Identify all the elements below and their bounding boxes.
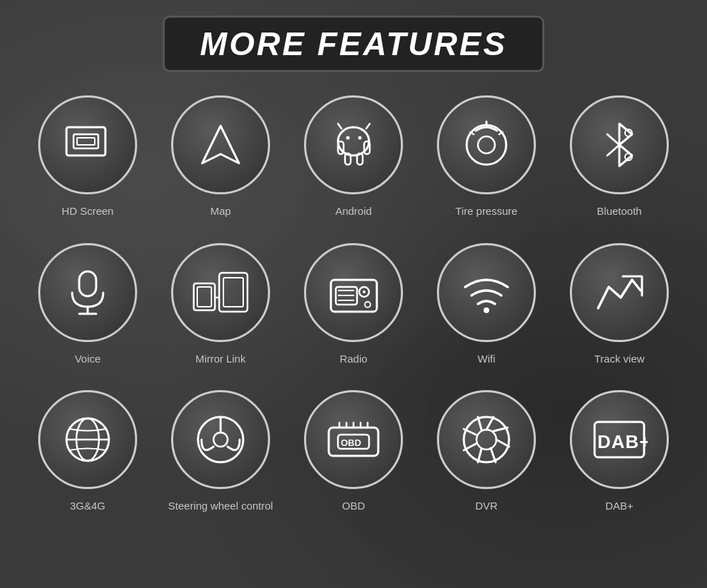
feature-circle-track-view xyxy=(570,243,669,342)
feature-item-tire-pressure: Tire pressure xyxy=(420,85,553,233)
svg-rect-18 xyxy=(79,271,96,296)
feature-circle-obd: OBD xyxy=(304,390,403,489)
svg-line-5 xyxy=(338,124,341,129)
feature-item-bluetooth: Bluetooth xyxy=(553,85,686,233)
feature-item-android: Android xyxy=(287,85,420,233)
feature-circle-wifi xyxy=(437,243,536,342)
feature-circle-dab: DAB+ xyxy=(570,390,669,489)
feature-item-steering: Steering wheel control xyxy=(154,380,287,527)
svg-text:OBD: OBD xyxy=(341,437,361,448)
feature-item-radio: Radio xyxy=(287,233,420,380)
svg-text:DAB+: DAB+ xyxy=(597,431,648,452)
feature-circle-3g4g xyxy=(38,390,137,489)
feature-label-android: Android xyxy=(335,204,372,218)
feature-circle-hd-screen xyxy=(38,95,137,194)
feature-item-map: Map xyxy=(154,85,287,233)
feature-item-track-view: Track view xyxy=(553,233,686,380)
feature-circle-voice xyxy=(38,243,137,342)
svg-point-34 xyxy=(484,307,489,313)
svg-marker-3 xyxy=(202,126,239,163)
svg-point-7 xyxy=(346,136,349,140)
feature-circle-tire-pressure xyxy=(437,95,536,194)
feature-circle-bluetooth xyxy=(570,95,669,194)
svg-point-8 xyxy=(358,136,361,140)
feature-label-voice: Voice xyxy=(75,352,101,366)
feature-item-hd-screen: HD Screen xyxy=(21,85,154,233)
svg-rect-22 xyxy=(197,287,211,307)
svg-point-50 xyxy=(477,430,496,449)
feature-label-steering: Steering wheel control xyxy=(168,499,273,513)
feature-label-bluetooth: Bluetooth xyxy=(597,204,641,218)
feature-item-dab: DAB+ DAB+ xyxy=(553,380,686,527)
feature-circle-mirror-link xyxy=(171,243,270,342)
feature-item-obd: OBD OBD xyxy=(287,380,420,527)
feature-label-hd-screen: HD Screen xyxy=(62,204,113,218)
feature-label-3g4g: 3G&4G xyxy=(70,499,105,513)
feature-label-map: Map xyxy=(210,204,230,218)
feature-item-voice: Voice xyxy=(21,233,154,380)
svg-rect-0 xyxy=(66,127,105,155)
svg-point-13 xyxy=(467,125,506,165)
svg-point-49 xyxy=(464,417,509,462)
feature-item-mirror-link: Mirror Link xyxy=(154,233,287,380)
feature-label-track-view: Track view xyxy=(594,352,644,366)
feature-circle-dvr xyxy=(437,390,536,489)
feature-circle-steering xyxy=(171,390,270,489)
svg-point-39 xyxy=(214,433,228,447)
svg-rect-2 xyxy=(77,138,95,145)
feature-label-mirror-link: Mirror Link xyxy=(196,352,246,366)
svg-line-51 xyxy=(486,417,493,430)
feature-label-radio: Radio xyxy=(339,352,367,366)
feature-label-tire-pressure: Tire pressure xyxy=(455,204,518,218)
feature-item-3g4g: 3G&4G xyxy=(21,380,154,527)
svg-point-14 xyxy=(478,136,495,153)
feature-label-dvr: DVR xyxy=(475,499,498,513)
features-grid: HD Screen Map Android Tire pressure xyxy=(0,85,707,527)
feature-circle-android xyxy=(304,95,403,194)
title-box: MORE FEATURES xyxy=(163,16,544,72)
feature-item-dvr: DVR xyxy=(420,380,553,527)
page-title: MORE FEATURES xyxy=(200,25,507,63)
feature-label-wifi: Wifi xyxy=(478,352,496,366)
svg-line-53 xyxy=(496,440,509,447)
feature-circle-map xyxy=(171,95,270,194)
svg-point-30 xyxy=(365,302,370,307)
svg-point-29 xyxy=(363,290,366,293)
feature-label-obd: OBD xyxy=(342,499,366,513)
feature-label-dab: DAB+ xyxy=(605,499,633,513)
svg-line-6 xyxy=(366,124,370,129)
svg-rect-24 xyxy=(223,278,243,307)
feature-item-wifi: Wifi xyxy=(420,233,553,380)
feature-circle-radio xyxy=(304,243,403,342)
title-container: MORE FEATURES xyxy=(0,0,707,72)
